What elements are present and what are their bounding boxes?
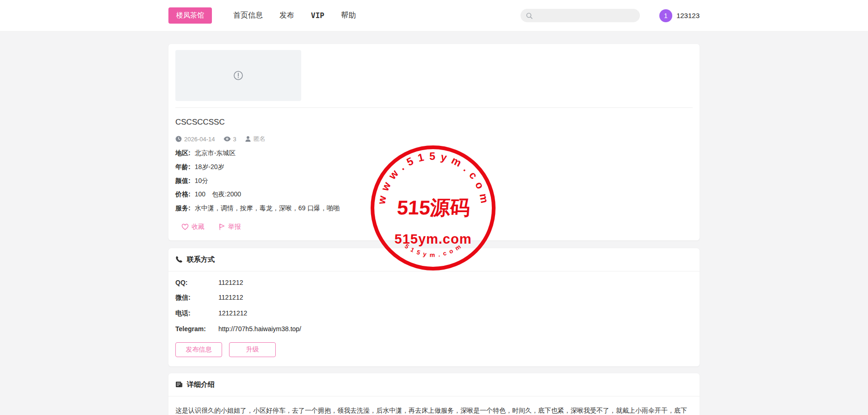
nav-item-vip[interactable]: VIP xyxy=(311,11,324,20)
contact-buttons: 发布信息 升级 xyxy=(175,342,693,357)
listing-card: CSCSCCSSC 2026-04-14 3 匿名 xyxy=(168,44,700,240)
publish-info-button[interactable]: 发布信息 xyxy=(175,342,222,357)
detail-value: 18岁-20岁 xyxy=(195,163,224,170)
detail-label: 年龄: xyxy=(175,163,191,170)
description-text: 这是认识很久的小姐姐了，小区好停车，去了一个拥抱，领我去洗澡，后水中潇，再去床上… xyxy=(175,404,693,415)
username-label[interactable]: 123123 xyxy=(676,12,700,19)
contact-card: 联系方式 QQ:1121212 微信:1121212 电话:12121212 T… xyxy=(168,248,700,366)
contact-header: 联系方式 xyxy=(168,248,700,271)
contact-body: QQ:1121212 微信:1121212 电话:12121212 Telegr… xyxy=(168,271,700,366)
contact-label: 微信: xyxy=(175,294,218,302)
site-logo[interactable]: 楼凤茶馆 xyxy=(168,7,212,24)
detail-row-services: 服务:水中潇，调情，按摩，毒龙，深喉，69 口爆，啪啪 xyxy=(175,204,693,212)
meta-author: 匿名 xyxy=(245,135,266,143)
broken-image-icon xyxy=(233,70,244,81)
contact-row-telegram: Telegram:http://707h5.haiwaiym38.top/ xyxy=(175,325,693,333)
contact-value: 12121212 xyxy=(218,309,247,317)
nav-item-publish[interactable]: 发布 xyxy=(279,11,294,20)
meta-author-text: 匿名 xyxy=(254,135,266,143)
listing-actions: 收藏 举报 xyxy=(175,223,693,231)
contact-value: 1121212 xyxy=(218,279,243,286)
user-icon xyxy=(245,136,251,142)
contact-value: 1121212 xyxy=(218,294,243,301)
meta-date: 2026-04-14 xyxy=(175,136,215,143)
detail-value: 北京市-东城区 xyxy=(195,149,236,157)
detail-row-looks: 颜值:10分 xyxy=(175,177,693,185)
search-icon xyxy=(526,12,533,19)
upgrade-button[interactable]: 升级 xyxy=(229,342,276,357)
detail-label: 地区: xyxy=(175,149,191,157)
contact-header-label: 联系方式 xyxy=(187,255,215,264)
top-navbar: 楼凤茶馆 首页信息 发布 VIP 帮助 1 123123 xyxy=(0,0,868,31)
listing-divider xyxy=(175,107,693,108)
description-header: 详细介绍 xyxy=(168,373,700,396)
favorite-label: 收藏 xyxy=(192,223,205,231)
detail-value: 水中潇，调情，按摩，毒龙，深喉，69 口爆，啪啪 xyxy=(195,204,340,212)
contact-value[interactable]: http://707h5.haiwaiym38.top/ xyxy=(218,325,301,333)
detail-value: 10分 xyxy=(195,177,209,184)
nav-item-help[interactable]: 帮助 xyxy=(341,11,356,20)
detail-label: 价格: xyxy=(175,190,191,198)
eye-icon xyxy=(223,136,231,142)
listing-image-placeholder[interactable] xyxy=(175,50,301,101)
listing-meta: 2026-04-14 3 匿名 xyxy=(175,135,693,143)
description-card: 详细介绍 这是认识很久的小姐姐了，小区好停车，去了一个拥抱，领我去洗澡，后水中潇… xyxy=(168,373,700,415)
heart-icon xyxy=(181,223,189,230)
report-label: 举报 xyxy=(228,223,241,231)
clock-icon xyxy=(175,136,182,142)
navbar-inner: 楼凤茶馆 首页信息 发布 VIP 帮助 1 123123 xyxy=(168,0,700,31)
favorite-button[interactable]: 收藏 xyxy=(181,223,205,231)
description-header-label: 详细介绍 xyxy=(187,380,215,389)
detail-row-region: 地区:北京市-东城区 xyxy=(175,149,693,157)
detail-row-price: 价格:100 包夜:2000 xyxy=(175,190,693,198)
detail-row-age: 年龄:18岁-20岁 xyxy=(175,163,693,171)
contact-row-phone: 电话:12121212 xyxy=(175,309,693,318)
detail-value: 100 包夜:2000 xyxy=(195,190,241,198)
contact-row-qq: QQ:1121212 xyxy=(175,279,693,286)
meta-views: 3 xyxy=(223,136,236,143)
main-nav: 首页信息 发布 VIP 帮助 xyxy=(233,11,356,20)
main-container: CSCSCCSSC 2026-04-14 3 匿名 xyxy=(168,44,700,415)
contact-label: 电话: xyxy=(175,309,218,318)
nav-item-home[interactable]: 首页信息 xyxy=(233,11,263,20)
flag-icon xyxy=(218,223,225,230)
detail-label: 颜值: xyxy=(175,177,191,184)
meta-date-text: 2026-04-14 xyxy=(184,136,215,143)
newspaper-icon xyxy=(175,381,183,388)
description-body: 这是认识很久的小姐姐了，小区好停车，去了一个拥抱，领我去洗澡，后水中潇，再去床上… xyxy=(168,396,700,415)
contact-label: QQ: xyxy=(175,279,218,286)
detail-label: 服务: xyxy=(175,204,191,212)
contact-label: Telegram: xyxy=(175,325,218,333)
search-input[interactable] xyxy=(536,12,635,19)
phone-icon xyxy=(175,256,183,263)
report-button[interactable]: 举报 xyxy=(218,223,241,231)
meta-views-text: 3 xyxy=(233,136,236,143)
user-avatar[interactable]: 1 xyxy=(659,9,672,22)
listing-title: CSCSCCSSC xyxy=(175,118,693,127)
contact-row-wechat: 微信:1121212 xyxy=(175,294,693,302)
search-box[interactable] xyxy=(521,9,640,22)
